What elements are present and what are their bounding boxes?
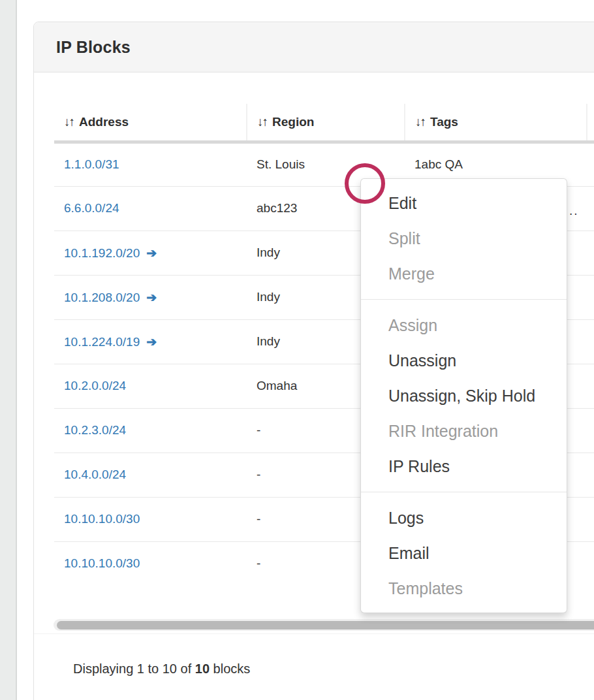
sort-icon[interactable]: ↓↑	[64, 115, 74, 129]
address-link[interactable]: 6.6.0.0/24	[64, 201, 119, 215]
menu-item-templates: Templates	[361, 571, 567, 606]
menu-item-ip-rules[interactable]: IP Rules	[361, 449, 567, 484]
horizontal-scrollbar-thumb[interactable]	[57, 621, 594, 629]
column-header-address[interactable]: ↓↑Address	[54, 104, 247, 142]
address-link[interactable]: 10.10.10.0/30	[64, 512, 140, 526]
menu-item-merge: Merge	[361, 256, 567, 291]
subblock-arrow-icon: ➔	[146, 335, 157, 349]
menu-item-unassign-skip-hold[interactable]: Unassign, Skip Hold	[361, 378, 567, 413]
address-link[interactable]: 10.4.0.0/24	[64, 468, 126, 481]
truncated-tags-text: ..	[569, 204, 579, 218]
pagination-summary-prefix: Displaying 1 to 10 of	[73, 661, 195, 676]
address-link[interactable]: 10.2.3.0/24	[64, 423, 126, 437]
app-left-gutter	[0, 0, 17, 700]
menu-item-assign: Assign	[361, 308, 567, 343]
menu-divider	[361, 492, 567, 492]
column-header-tags[interactable]: ↓↑Tags	[405, 104, 587, 142]
menu-divider	[361, 299, 567, 300]
sort-icon[interactable]: ↓↑	[257, 115, 267, 129]
address-link[interactable]: 10.1.224.0/19	[64, 335, 140, 349]
column-header-extra	[587, 104, 594, 142]
horizontal-scrollbar-track[interactable]	[54, 619, 594, 631]
column-label: Region	[272, 115, 314, 129]
address-link[interactable]: 10.1.208.0/20	[64, 291, 140, 304]
sort-icon[interactable]: ↓↑	[415, 115, 425, 129]
column-header-region[interactable]: ↓↑Region	[247, 104, 405, 142]
pagination-summary: Displaying 1 to 10 of 10 blocks	[73, 661, 250, 676]
click-indicator-ring	[345, 163, 385, 204]
address-link[interactable]: 1.1.0.0/31	[64, 157, 119, 171]
menu-item-unassign[interactable]: Unassign	[361, 343, 567, 378]
menu-item-split: Split	[361, 221, 567, 256]
pagination-total-count: 10	[195, 661, 210, 676]
menu-item-edit[interactable]: Edit	[361, 185, 567, 221]
address-link[interactable]: 10.10.10.0/30	[64, 556, 140, 570]
column-label: Address	[79, 115, 129, 129]
address-link[interactable]: 10.1.192.0/20	[64, 246, 140, 260]
subblock-arrow-icon: ➔	[146, 291, 157, 304]
menu-item-rir-integration: RIR Integration	[361, 413, 567, 449]
pagination-summary-suffix: blocks	[210, 661, 250, 676]
menu-item-logs[interactable]: Logs	[361, 500, 567, 535]
subblock-arrow-icon: ➔	[146, 246, 157, 260]
panel-header: IP Blocks	[34, 22, 594, 72]
menu-item-email[interactable]: Email	[361, 535, 567, 571]
table-bottom-divider	[34, 633, 594, 634]
row-context-menu: Edit Split Merge Assign Unassign Unassig…	[360, 178, 567, 613]
column-label: Tags	[430, 115, 458, 129]
page-title: IP Blocks	[56, 38, 131, 57]
table-header-row: ↓↑Address ↓↑Region ↓↑Tags	[54, 104, 594, 142]
address-link[interactable]: 10.2.0.0/24	[64, 379, 126, 392]
